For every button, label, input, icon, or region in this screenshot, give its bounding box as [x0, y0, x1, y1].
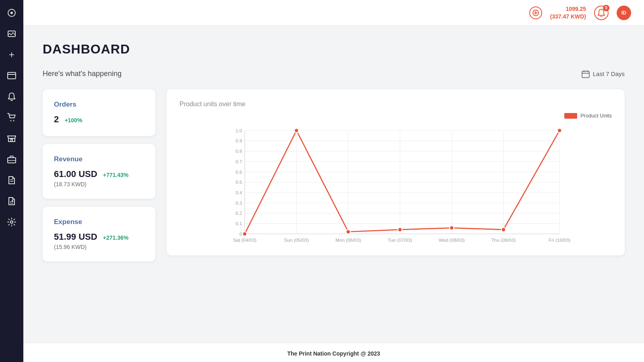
orders-change: +100%	[64, 117, 82, 123]
header: 1099.25 (337.47 KWD) 0 ID	[23, 0, 644, 26]
user-avatar[interactable]: ID	[617, 6, 631, 20]
cart-icon[interactable]	[5, 111, 18, 124]
svg-text:0.8: 0.8	[235, 148, 242, 154]
file-icon[interactable]	[5, 174, 18, 187]
svg-text:Thu (09/03): Thu (09/03)	[491, 237, 516, 243]
svg-text:Fri (10/03): Fri (10/03)	[549, 237, 570, 243]
svg-point-14	[10, 221, 13, 223]
svg-rect-3	[8, 72, 16, 79]
add-button[interactable]	[529, 6, 542, 19]
notification-button[interactable]: 0	[594, 6, 609, 20]
svg-text:0: 0	[239, 231, 242, 237]
expense-change: +271.36%	[103, 234, 128, 241]
svg-point-5	[10, 120, 12, 121]
revenue-change: +771.43%	[103, 172, 128, 178]
balance-display: 1099.25 (337.47 KWD)	[550, 5, 586, 20]
section-subtitle: Here's what's happening	[43, 70, 122, 78]
svg-text:Tue (07/03): Tue (07/03)	[388, 237, 412, 243]
svg-text:0.9: 0.9	[235, 138, 242, 143]
svg-text:0.4: 0.4	[235, 190, 242, 195]
svg-point-57	[557, 128, 562, 133]
orders-title: Orders	[54, 101, 144, 109]
revenue-value: 61.00 USD +771.43%	[54, 169, 144, 179]
svg-point-52	[294, 128, 299, 133]
legend-label: Product Units	[580, 113, 612, 119]
svg-text:Sun (05/03): Sun (05/03)	[284, 237, 309, 243]
bell-icon[interactable]	[5, 90, 18, 103]
image-icon[interactable]	[5, 27, 18, 40]
expense-sub: (15.96 KWD)	[54, 244, 144, 250]
dashboard-grid: Orders 2 +100% Revenue 61.00 USD +771.43…	[43, 89, 625, 261]
svg-rect-13	[12, 200, 13, 202]
svg-point-1	[10, 12, 13, 14]
add-icon[interactable]: +	[5, 48, 18, 61]
svg-point-6	[13, 120, 14, 121]
expense-value: 51.99 USD +271.36%	[54, 232, 144, 242]
svg-point-56	[502, 228, 506, 232]
svg-text:0.3: 0.3	[235, 200, 242, 206]
briefcase-icon[interactable]	[5, 153, 18, 166]
svg-point-55	[450, 226, 454, 230]
footer: The Print Nation Copyright @ 2023	[23, 343, 644, 362]
balance-primary: 1099.25	[550, 5, 586, 12]
cards-icon[interactable]	[5, 69, 18, 82]
expense-title: Expense	[54, 218, 144, 226]
svg-rect-18	[582, 71, 589, 78]
section-header: Here's what's happening Last 7 Days	[43, 70, 625, 78]
balance-secondary: (337.47 KWD)	[550, 13, 586, 20]
chart-legend: Product Units	[180, 113, 612, 119]
chart-title: Product units over time	[180, 101, 612, 108]
page-title: DASHBOARD	[43, 42, 625, 57]
orders-card: Orders 2 +100%	[43, 89, 155, 136]
legend-color	[564, 113, 577, 119]
svg-text:0.1: 0.1	[235, 221, 242, 226]
svg-text:Wed (08/03): Wed (08/03)	[439, 237, 465, 243]
shop-icon[interactable]	[5, 132, 18, 145]
chart-card: Product units over time Product Units	[167, 89, 625, 255]
calendar-icon	[582, 70, 590, 78]
footer-text: The Print Nation Copyright @ 2023	[287, 350, 380, 357]
svg-text:Sat (04/03): Sat (04/03)	[233, 237, 256, 243]
report-icon[interactable]	[5, 195, 18, 208]
svg-point-54	[398, 228, 402, 232]
settings-icon[interactable]	[5, 216, 18, 228]
stat-cards: Orders 2 +100% Revenue 61.00 USD +771.43…	[43, 89, 155, 261]
expense-card: Expense 51.99 USD +271.36% (15.96 KWD)	[43, 207, 155, 261]
revenue-sub: (18.73 KWD)	[54, 181, 144, 187]
svg-point-51	[243, 232, 247, 236]
svg-text:0.7: 0.7	[235, 159, 242, 164]
revenue-title: Revenue	[54, 155, 144, 163]
svg-text:0.6: 0.6	[235, 169, 242, 175]
notification-badge: 0	[603, 5, 609, 11]
date-filter-label: Last 7 Days	[593, 70, 625, 77]
orders-value: 2 +100%	[54, 114, 144, 125]
svg-point-53	[346, 230, 351, 234]
dashboard-icon[interactable]	[5, 6, 18, 19]
revenue-card: Revenue 61.00 USD +771.43% (18.73 KWD)	[43, 144, 155, 199]
svg-text:1.0: 1.0	[235, 128, 242, 133]
line-chart: 1.0 0.9 0.8 0.7 0.6 0.5 0.4 0.3 0.2 0.1 …	[180, 122, 612, 243]
sidebar: +	[0, 0, 23, 362]
date-filter-button[interactable]: Last 7 Days	[582, 70, 625, 78]
svg-text:0.5: 0.5	[235, 179, 242, 185]
main-content: DASHBOARD Here's what's happening Last 7…	[23, 26, 644, 343]
svg-text:Mon (06/03): Mon (06/03)	[335, 237, 361, 243]
svg-text:0.2: 0.2	[235, 210, 242, 216]
